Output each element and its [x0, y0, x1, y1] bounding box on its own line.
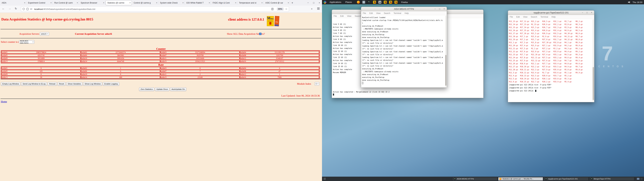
- app-menu-icon[interactable]: [317, 8, 320, 10]
- menu-item[interactable]: Edit: [369, 12, 373, 14]
- launcher-icon[interactable]: [394, 1, 398, 4]
- browser-tab[interactable]: Control @ carme-g ×: [132, 0, 158, 6]
- menu-item[interactable]: Terminal: [394, 12, 401, 14]
- launcher-icon[interactable]: [357, 1, 360, 4]
- log-action-button[interactable]: Empty Log Window: [1, 82, 20, 86]
- close-button[interactable]: ×: [591, 10, 592, 15]
- minimize-button[interactable]: −: [434, 7, 436, 11]
- tab-close-icon[interactable]: ×: [234, 2, 236, 4]
- taskbar-window-button[interactable]: Statistics @ carme-gsi — Mozilla Fir...: [498, 177, 543, 181]
- volume-icon[interactable]: [628, 1, 630, 3]
- browser-tab[interactable]: GSI White Rabbit T ×: [185, 0, 211, 6]
- log-action-button[interactable]: Reset: [58, 82, 66, 86]
- centos-menu-icon[interactable]: [323, 0, 327, 4]
- browser-tab[interactable]: Experiment Control ×: [26, 0, 53, 6]
- menu-item[interactable]: Search: [355, 15, 361, 17]
- terminal-content[interactable]: RunControlClient loadedCompleted custom …: [361, 15, 447, 88]
- show-all-checkbox[interactable]: ✓: [259, 33, 262, 35]
- forward-button[interactable]: →: [8, 7, 11, 10]
- overflow-menu-icon[interactable]: »: [311, 7, 312, 10]
- npg-terminal-window[interactable]: npg@carme-gsi:/TapeData/G22-201 − □ × Fi…: [508, 10, 594, 102]
- launcher-icon[interactable]: [373, 1, 376, 4]
- tab-close-icon[interactable]: ×: [182, 2, 184, 4]
- launcher-icon[interactable]: [378, 1, 381, 4]
- log-action-button[interactable]: Enable Logging: [103, 82, 119, 86]
- url-text[interactable]: localhost:8015/DataAcquisitionControl/Da…: [34, 8, 271, 10]
- tab-close-icon[interactable]: ×: [102, 2, 104, 4]
- reload-button[interactable]: ↻: [15, 7, 17, 10]
- minimize-button[interactable]: −: [582, 10, 583, 15]
- browser-tab[interactable]: AIDA ×: [0, 0, 26, 6]
- menu-item[interactable]: Search: [531, 16, 537, 18]
- scrollbar[interactable]: [445, 16, 446, 87]
- menu-item[interactable]: Edit: [340, 15, 344, 17]
- close-button[interactable]: ×: [319, 2, 320, 4]
- browser-tab[interactable]: Run Control @ carm ×: [53, 0, 79, 6]
- scrollbar[interactable]: [592, 19, 594, 102]
- launcher-icon[interactable]: [384, 1, 387, 4]
- menu-item[interactable]: File: [510, 16, 513, 18]
- update-action-button[interactable]: Update Once: [155, 88, 170, 91]
- menu-item[interactable]: View: [376, 12, 380, 14]
- close-button[interactable]: ×: [444, 7, 445, 11]
- log-action-button[interactable]: Send Log Window to ELog: [21, 82, 47, 86]
- new-tab-button[interactable]: +: [290, 0, 295, 6]
- tab-close-icon[interactable]: ×: [287, 2, 289, 4]
- update-action-button[interactable]: AutoUpdate On: [170, 88, 186, 91]
- clock[interactable]: Thu 18:33: [632, 1, 642, 4]
- maximize-button[interactable]: □: [586, 10, 588, 15]
- window-titlebar[interactable]: AIDA MIDAS HTTPd − □ ×: [361, 7, 447, 11]
- show-desktop-button[interactable]: [323, 178, 326, 180]
- menu-item[interactable]: Search: [384, 12, 390, 14]
- bookmark-star-icon[interactable]: ☆: [285, 8, 288, 10]
- tab-close-icon[interactable]: ×: [76, 2, 78, 4]
- counter-select[interactable]: AIDA ADC data items▾: [19, 40, 34, 44]
- browser-tab[interactable]: System wide Check ×: [158, 0, 185, 6]
- menu-item[interactable]: Help: [552, 16, 556, 18]
- places-menu[interactable]: Places: [343, 0, 354, 4]
- active-app-label[interactable]: Firefox: [401, 1, 408, 4]
- home-link[interactable]: Home: [1, 100, 7, 103]
- menu-item[interactable]: Help: [404, 12, 409, 14]
- shield-icon[interactable]: [22, 8, 25, 10]
- tab-close-icon[interactable]: ×: [155, 2, 157, 4]
- applications-menu[interactable]: Applications: [328, 0, 343, 4]
- log-action-button[interactable]: Show Variables: [66, 82, 82, 86]
- update-action-button[interactable]: Zero Statistics: [139, 88, 154, 91]
- launcher-icon[interactable]: [389, 1, 392, 4]
- tab-close-icon[interactable]: ×: [260, 2, 263, 4]
- reader-view-icon[interactable]: [271, 8, 274, 10]
- module-index-select[interactable]: 0▾: [314, 82, 319, 86]
- taskbar-window-button[interactable]: Merger/Tape HTTPd: [589, 177, 634, 181]
- maximize-button[interactable]: □: [439, 7, 440, 11]
- browser-tab[interactable]: Spectrum Browser ×: [79, 0, 105, 6]
- launcher-icon[interactable]: [368, 1, 371, 4]
- browser-tab[interactable]: Temperature and st ×: [237, 0, 264, 6]
- page-info-icon[interactable]: [26, 8, 28, 10]
- menu-item[interactable]: File: [363, 12, 366, 14]
- browser-tab[interactable]: FADC Align & Cont ×: [211, 0, 237, 6]
- browser-tab[interactable]: Statistics @ carme- ×: [106, 0, 132, 5]
- log-action-button[interactable]: Show Log Window: [83, 82, 102, 86]
- tab-close-icon[interactable]: ×: [23, 2, 25, 4]
- acquisition-server-select[interactable]: aida16▾: [40, 32, 49, 36]
- taskbar-window-button[interactable]: AIDA MIDAS HTTPd: [452, 177, 498, 181]
- taskbar-window-button[interactable]: npg@carme-gsi:/TapeData/G22-201: [544, 177, 589, 181]
- url-bar[interactable]: localhost:8015/DataAcquisitionControl/Da…: [21, 6, 289, 12]
- log-action-button[interactable]: Reload: [48, 82, 57, 86]
- tab-close-icon[interactable]: ×: [129, 2, 131, 4]
- menu-item[interactable]: Edit: [516, 16, 520, 18]
- menu-item[interactable]: File: [334, 15, 337, 17]
- window-titlebar[interactable]: npg@carme-gsi:/TapeData/G22-201 − □ ×: [508, 10, 594, 15]
- menu-item[interactable]: View: [523, 16, 528, 18]
- workspace-switcher[interactable]: [636, 178, 643, 180]
- minimize-button[interactable]: −: [308, 2, 309, 4]
- aida-terminal-window[interactable]: AIDA MIDAS HTTPd − □ × FileEditViewSearc…: [361, 7, 447, 88]
- terminal-content[interactable]: R12_13.gz R17_12.gz R21_2.gz R26_5.gz R3…: [508, 19, 594, 102]
- menu-item[interactable]: View: [347, 15, 351, 17]
- permissions-icon[interactable]: [30, 8, 32, 10]
- browser-tab[interactable]: ASIC Control @ car ×: [264, 0, 290, 6]
- back-button[interactable]: ←: [2, 7, 5, 10]
- maximize-button[interactable]: □: [313, 2, 314, 4]
- launcher-icon[interactable]: [362, 1, 365, 4]
